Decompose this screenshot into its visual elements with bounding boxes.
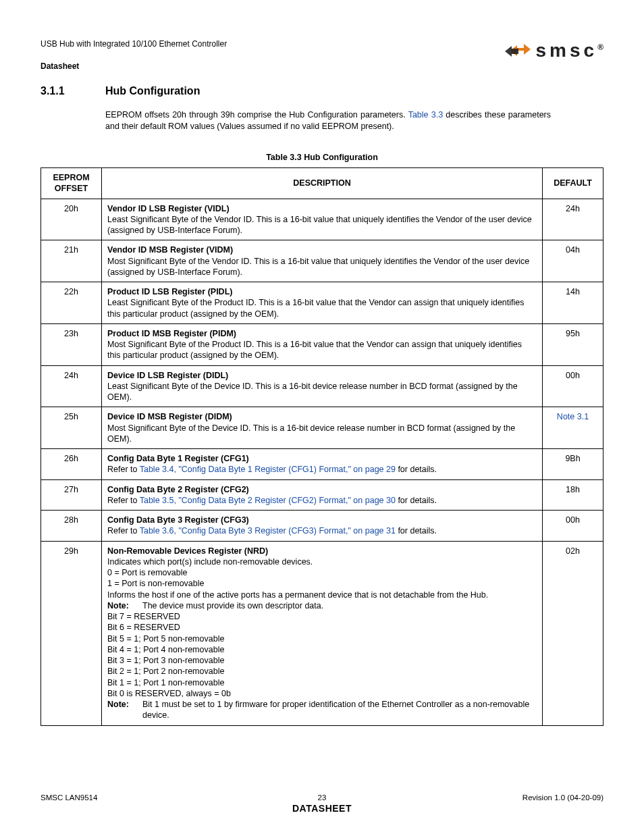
- desc-post: for details.: [396, 496, 437, 505]
- product-line: USB Hub with Integrated 10/100 Ethernet …: [41, 38, 227, 51]
- footer-page-number: 23: [41, 793, 603, 802]
- intro-table-link[interactable]: Table 3.3: [408, 110, 443, 120]
- table-caption: Table 3.3 Hub Configuration: [41, 153, 603, 162]
- bit3: Bit 3 = 1; Port 3 non-removable: [107, 656, 224, 665]
- note-text: Bit 1 must be set to 1 by firmware for p…: [142, 699, 537, 721]
- bit5: Bit 5 = 1; Port 5 non-removable: [107, 634, 224, 644]
- table-row: 22h Product ID LSB Register (PIDL) Least…: [41, 282, 603, 324]
- desc-title: Config Data Byte 2 Register (CFG2): [107, 485, 249, 494]
- desc-cell: Config Data Byte 2 Register (CFG2) Refer…: [102, 479, 543, 511]
- table-row: 21h Vendor ID MSB Register (VIDM) Most S…: [41, 240, 603, 282]
- logo-wordmark: smsc: [536, 40, 598, 61]
- table-header-row: EEPROM OFFSET DESCRIPTION DEFAULT: [41, 168, 603, 199]
- nrd-line3: 1 = Port is non-removable: [107, 579, 204, 588]
- desc-cell: Product ID LSB Register (PIDL) Least Sig…: [102, 282, 543, 324]
- bit1: Bit 1 = 1; Port 1 non-removable: [107, 678, 224, 687]
- table-row: 20h Vendor ID LSB Register (VIDL) Least …: [41, 199, 603, 240]
- desc-cell: Vendor ID MSB Register (VIDM) Most Signi…: [102, 240, 543, 282]
- offset-cell: 20h: [41, 199, 102, 240]
- col-default-header: DEFAULT: [543, 168, 603, 199]
- offset-cell: 27h: [41, 479, 102, 511]
- col-offset-l1: EEPROM: [53, 173, 89, 182]
- intro-paragraph: EEPROM offsets 20h through 39h comprise …: [105, 109, 551, 132]
- desc-cell: Product ID MSB Register (PIDM) Most Sign…: [102, 323, 543, 365]
- cfg2-link[interactable]: Table 3.5, "Config Data Byte 2 Register …: [140, 496, 396, 505]
- desc-pre: Refer to: [107, 526, 140, 536]
- offset-cell: 24h: [41, 365, 102, 407]
- page-header: USB Hub with Integrated 10/100 Ethernet …: [41, 38, 603, 73]
- desc-title: Non-Removable Devices Register (NRD): [107, 546, 268, 556]
- section-heading: 3.1.1 Hub Configuration: [41, 85, 603, 97]
- offset-cell: 26h: [41, 449, 102, 480]
- desc-title: Config Data Byte 1 Register (CFG1): [107, 454, 249, 463]
- table-row: 24h Device ID LSB Register (DIDL) Least …: [41, 365, 603, 407]
- table-row: 25h Device ID MSB Register (DIDM) Most S…: [41, 407, 603, 449]
- desc-title: Vendor ID MSB Register (VIDM): [107, 245, 233, 255]
- default-cell: 95h: [543, 323, 603, 365]
- desc-body: Most Significant Byte of the Product ID.…: [107, 340, 522, 360]
- desc-cell: Non-Removable Devices Register (NRD) Ind…: [102, 541, 543, 725]
- logo-arrows-icon: [505, 39, 532, 62]
- col-desc-header: DESCRIPTION: [102, 168, 543, 199]
- offset-cell: 21h: [41, 240, 102, 282]
- desc-cell: Config Data Byte 3 Register (CFG3) Refer…: [102, 511, 543, 542]
- nrd-line1: Indicates which port(s) include non-remo…: [107, 557, 313, 567]
- default-cell: 24h: [543, 199, 603, 240]
- cfg1-link[interactable]: Table 3.4, "Config Data Byte 1 Register …: [140, 465, 396, 474]
- section-title: Hub Configuration: [105, 85, 200, 97]
- nrd-line2: 0 = Port is removable: [107, 568, 187, 577]
- col-offset-l2: OFFSET: [55, 184, 88, 193]
- default-cell: 18h: [543, 479, 603, 511]
- page-footer: SMSC LAN9514 23 Revision 1.0 (04-20-09) …: [41, 793, 603, 814]
- note-link[interactable]: Note 3.1: [557, 412, 589, 421]
- intro-pre: EEPROM offsets 20h through 39h comprise …: [105, 110, 408, 120]
- header-left: USB Hub with Integrated 10/100 Ethernet …: [41, 38, 227, 73]
- bit0: Bit 0 is RESERVED, always = 0b: [107, 689, 231, 698]
- default-cell: Note 3.1: [543, 407, 603, 449]
- desc-title: Product ID LSB Register (PIDL): [107, 287, 232, 296]
- offset-cell: 29h: [41, 541, 102, 725]
- table-row: 26h Config Data Byte 1 Register (CFG1) R…: [41, 449, 603, 480]
- offset-cell: 22h: [41, 282, 102, 324]
- offset-cell: 28h: [41, 511, 102, 542]
- table-row: 29h Non-Removable Devices Register (NRD)…: [41, 541, 603, 725]
- desc-body: Least Significant Byte of the Device ID.…: [107, 382, 518, 402]
- desc-title: Device ID MSB Register (DIDM): [107, 412, 232, 421]
- bit4: Bit 4 = 1; Port 4 non-removable: [107, 645, 224, 654]
- bit6: Bit 6 = RESERVED: [107, 623, 180, 632]
- page: USB Hub with Integrated 10/100 Ethernet …: [0, 0, 644, 834]
- desc-title: Config Data Byte 3 Register (CFG3): [107, 515, 249, 525]
- offset-cell: 23h: [41, 323, 102, 365]
- default-cell: 02h: [543, 541, 603, 725]
- desc-pre: Refer to: [107, 465, 140, 474]
- desc-post: for details.: [396, 526, 437, 536]
- footer-datasheet-label: DATASHEET: [41, 803, 603, 814]
- nrd-line4: Informs the host if one of the active po…: [107, 590, 537, 600]
- table-row: 28h Config Data Byte 3 Register (CFG3) R…: [41, 511, 603, 542]
- desc-post: for details.: [396, 465, 437, 474]
- desc-title: Device ID LSB Register (DIDL): [107, 371, 228, 380]
- note-block: Note: The device must provide its own de…: [107, 600, 537, 611]
- desc-title: Vendor ID LSB Register (VIDL): [107, 204, 230, 213]
- col-offset-header: EEPROM OFFSET: [41, 168, 102, 199]
- note-block: Note: Bit 1 must be set to 1 by firmware…: [107, 699, 537, 721]
- section-number: 3.1.1: [41, 85, 84, 97]
- doc-type-label: Datasheet: [41, 60, 227, 73]
- offset-cell: 25h: [41, 407, 102, 449]
- desc-pre: Refer to: [107, 496, 140, 505]
- bit7: Bit 7 = RESERVED: [107, 612, 180, 621]
- hub-config-table: EEPROM OFFSET DESCRIPTION DEFAULT 20h Ve…: [41, 167, 603, 726]
- logo-registered: ®: [597, 43, 603, 52]
- default-cell: 14h: [543, 282, 603, 324]
- desc-body: Most Significant Byte of the Device ID. …: [107, 423, 515, 444]
- note-label: Note:: [107, 699, 133, 721]
- desc-title: Product ID MSB Register (PIDM): [107, 329, 236, 338]
- cfg3-link[interactable]: Table 3.6, "Config Data Byte 3 Register …: [140, 526, 396, 536]
- default-cell: 00h: [543, 511, 603, 542]
- table-row: 27h Config Data Byte 2 Register (CFG2) R…: [41, 479, 603, 511]
- desc-cell: Vendor ID LSB Register (VIDL) Least Sign…: [102, 199, 543, 240]
- desc-body: Most Significant Byte of the Vendor ID. …: [107, 257, 529, 277]
- bit2: Bit 2 = 1; Port 2 non-removable: [107, 667, 224, 676]
- desc-cell: Config Data Byte 1 Register (CFG1) Refer…: [102, 449, 543, 480]
- desc-body: Least Significant Byte of the Product ID…: [107, 298, 525, 318]
